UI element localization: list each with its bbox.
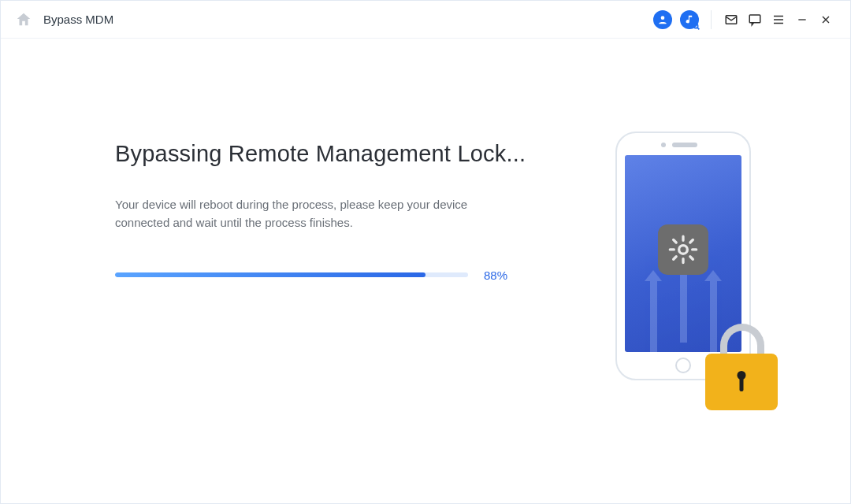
phone-screen	[625, 155, 741, 352]
menu-icon[interactable]	[767, 8, 790, 32]
main-content: Bypassing Remote Management Lock... Your…	[1, 39, 850, 503]
titlebar-divider	[711, 10, 712, 29]
progress-percent: 88%	[484, 269, 507, 282]
feedback-icon[interactable]	[743, 8, 767, 32]
progress-bar	[115, 272, 468, 277]
minimize-icon[interactable]	[790, 8, 814, 32]
phone-camera-dot	[661, 143, 666, 147]
home-icon[interactable]	[15, 11, 32, 28]
account-icon[interactable]	[653, 10, 672, 29]
close-icon[interactable]	[814, 8, 838, 32]
svg-point-4	[679, 246, 688, 254]
device-illustration	[615, 132, 765, 399]
subtext: Your device will reboot during the proce…	[115, 195, 493, 232]
app-window: Bypass MDM Bypassing Remote Management L…	[0, 0, 851, 504]
phone-home-button	[675, 358, 691, 373]
page-title: Bypass MDM	[43, 13, 113, 26]
svg-point-1	[694, 24, 698, 28]
titlebar: Bypass MDM	[1, 1, 850, 39]
progress-fill	[115, 272, 426, 277]
svg-rect-3	[749, 15, 760, 23]
gear-icon	[658, 224, 708, 275]
music-search-icon[interactable]	[680, 10, 699, 29]
mail-icon[interactable]	[719, 8, 743, 32]
svg-point-0	[661, 16, 665, 20]
phone-earpiece	[672, 143, 697, 147]
lock-icon	[705, 324, 779, 410]
